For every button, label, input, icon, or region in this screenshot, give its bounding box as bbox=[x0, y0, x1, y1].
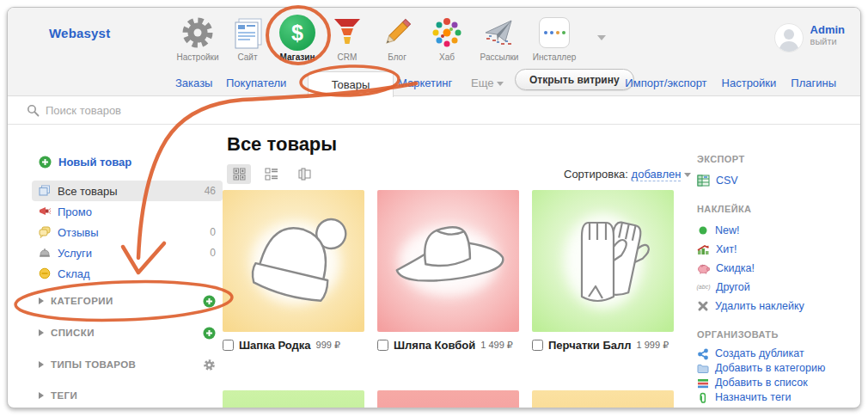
triangle-right-icon bbox=[39, 297, 44, 304]
app-mailer[interactable]: Рассылки bbox=[472, 13, 527, 62]
product-card-partial[interactable] bbox=[532, 390, 674, 408]
duplicate-link[interactable]: Создать дубликат bbox=[697, 346, 853, 361]
tab-products[interactable]: Товары bbox=[308, 71, 394, 97]
shop-dollar-icon: $ bbox=[279, 13, 315, 52]
funnel-icon bbox=[330, 13, 364, 52]
sort-value-dropdown[interactable]: добавлен bbox=[632, 168, 682, 181]
tab-import-export[interactable]: Импорт/экспорт bbox=[625, 77, 706, 89]
product-checkbox[interactable] bbox=[532, 340, 543, 351]
badge-discount-link[interactable]: Скидка! bbox=[697, 259, 853, 278]
app-crm[interactable]: CRM bbox=[322, 13, 372, 62]
app-hub[interactable]: Хаб bbox=[422, 13, 472, 62]
product-price: 999 ₽ bbox=[316, 340, 340, 351]
badge-new-link[interactable]: New! bbox=[697, 221, 853, 240]
product-image-cowboy-hat[interactable] bbox=[377, 190, 519, 332]
view-toggles bbox=[227, 164, 316, 184]
app-site[interactable]: Сайт bbox=[223, 13, 272, 62]
product-checkbox[interactable] bbox=[377, 340, 388, 351]
sidebar-item-promo[interactable]: Промо bbox=[32, 201, 223, 222]
view-thumbs-button[interactable] bbox=[227, 164, 251, 184]
product-name[interactable]: Шляпа Ковбой bbox=[394, 339, 475, 352]
app-installer[interactable]: Инсталлер bbox=[527, 13, 582, 62]
sidebar-section-lists[interactable]: СПИСКИ bbox=[39, 325, 216, 340]
cross-icon bbox=[697, 300, 709, 312]
tab-more[interactable]: Еще bbox=[471, 77, 504, 89]
product-card[interactable]: Перчатки Балл 1 999 ₽ bbox=[532, 190, 674, 352]
product-name[interactable]: Шапка Родка bbox=[239, 339, 311, 352]
add-to-list-link[interactable]: Добавить в список bbox=[697, 376, 853, 390]
assign-tags-link[interactable]: Назначить теги bbox=[697, 390, 853, 405]
badge-other-link[interactable]: (abc) Другой bbox=[697, 278, 853, 297]
open-storefront-button[interactable]: Открыть витрину bbox=[515, 69, 634, 90]
product-image-beanie[interactable] bbox=[223, 190, 364, 332]
app-switcher: Настройки Сайт bbox=[173, 13, 582, 62]
products-folder-icon bbox=[39, 185, 51, 197]
new-product-button[interactable]: Новый товар bbox=[39, 156, 131, 169]
product-name[interactable]: Перчатки Балл bbox=[548, 339, 632, 352]
panel-title-organize: ОРГАНИЗОВАТЬ bbox=[697, 329, 853, 340]
trend-chart-icon bbox=[697, 243, 710, 255]
megaphone-icon bbox=[39, 205, 51, 218]
sidebar-item-services[interactable]: Услуги 0 bbox=[32, 242, 223, 263]
badge-remove-link[interactable]: Удалить наклейку bbox=[697, 297, 853, 316]
search-icon bbox=[27, 104, 40, 117]
plus-circle-icon bbox=[39, 156, 52, 169]
app-blog[interactable]: Блог bbox=[372, 13, 422, 62]
page-title: Все товары bbox=[227, 133, 337, 156]
sidebar-list: Все товары 46 Промо Отзывы 0 bbox=[32, 181, 223, 284]
product-card[interactable]: Шляпа Ковбой 1 499 ₽ bbox=[377, 190, 519, 352]
hub-dots-icon bbox=[430, 13, 464, 52]
tab-orders[interactable]: Заказы bbox=[175, 77, 212, 89]
product-image-gloves[interactable] bbox=[532, 190, 674, 332]
search-bar bbox=[8, 96, 860, 125]
left-sidebar: Новый товар Все товары 46 Промо bbox=[8, 125, 223, 408]
panel-title-export: ЭКСПОРТ bbox=[697, 154, 853, 164]
chevron-down-icon bbox=[497, 82, 504, 86]
apps-more-chevron-icon[interactable] bbox=[597, 35, 606, 40]
list-bars-icon bbox=[697, 377, 709, 389]
sidebar-section-product-types[interactable]: ТИПЫ ТОВАРОВ bbox=[39, 357, 216, 372]
types-settings-gear-button[interactable] bbox=[203, 359, 216, 371]
csv-table-icon bbox=[697, 175, 710, 187]
sidebar-item-stock[interactable]: Склад bbox=[32, 263, 223, 284]
badge-hit-link[interactable]: Хит! bbox=[697, 240, 853, 259]
product-price: 1 999 ₽ bbox=[637, 340, 669, 351]
product-card[interactable]: Шапка Родка 999 ₽ bbox=[223, 190, 364, 352]
count-badge: 46 bbox=[205, 185, 216, 197]
top-header: Webasyst Настройки bbox=[8, 8, 860, 96]
view-table-button[interactable] bbox=[292, 164, 316, 184]
product-checkbox[interactable] bbox=[223, 340, 234, 351]
export-csv-link[interactable]: CSV bbox=[697, 171, 853, 190]
webasyst-logo[interactable]: Webasyst bbox=[49, 26, 110, 40]
sidebar-item-all-products[interactable]: Все товары 46 bbox=[32, 181, 223, 201]
search-input[interactable] bbox=[46, 101, 303, 120]
sidebar-section-categories[interactable]: КАТЕГОРИИ bbox=[39, 293, 216, 309]
app-window: Webasyst Настройки bbox=[7, 7, 861, 408]
app-settings[interactable]: Настройки bbox=[173, 13, 223, 62]
triangle-right-icon bbox=[39, 392, 44, 399]
folder-icon bbox=[697, 363, 709, 375]
sort-control: Сортировка: добавлен bbox=[564, 168, 691, 181]
installer-dots-icon bbox=[539, 13, 570, 52]
product-grid-row2 bbox=[223, 390, 674, 408]
sidebar-item-reviews[interactable]: Отзывы 0 bbox=[32, 222, 223, 242]
add-to-category-link[interactable]: Добавить в категорию bbox=[697, 361, 853, 376]
logout-link[interactable]: выйти bbox=[810, 36, 845, 46]
product-card-partial[interactable] bbox=[377, 390, 519, 408]
user-name[interactable]: Admin bbox=[810, 23, 845, 36]
app-shop[interactable]: $ Магазин bbox=[272, 13, 322, 62]
triangle-right-icon bbox=[39, 329, 44, 336]
tab-shop-settings[interactable]: Настройки bbox=[722, 77, 777, 89]
product-card-partial[interactable] bbox=[223, 390, 364, 408]
avatar[interactable] bbox=[774, 23, 804, 52]
paper-plane-icon bbox=[482, 13, 517, 52]
add-category-button[interactable] bbox=[203, 295, 216, 308]
panel-title-badge: НАКЛЕЙКА bbox=[697, 204, 853, 214]
tab-customers[interactable]: Покупатели bbox=[226, 77, 286, 89]
tab-marketing[interactable]: Маркетинг bbox=[398, 77, 452, 89]
sidebar-section-tags[interactable]: ТЕГИ bbox=[39, 388, 216, 403]
tab-plugins[interactable]: Плагины bbox=[791, 77, 836, 89]
service-bell-icon bbox=[39, 247, 51, 259]
add-list-button[interactable] bbox=[203, 327, 216, 340]
view-list-button[interactable] bbox=[260, 164, 284, 184]
